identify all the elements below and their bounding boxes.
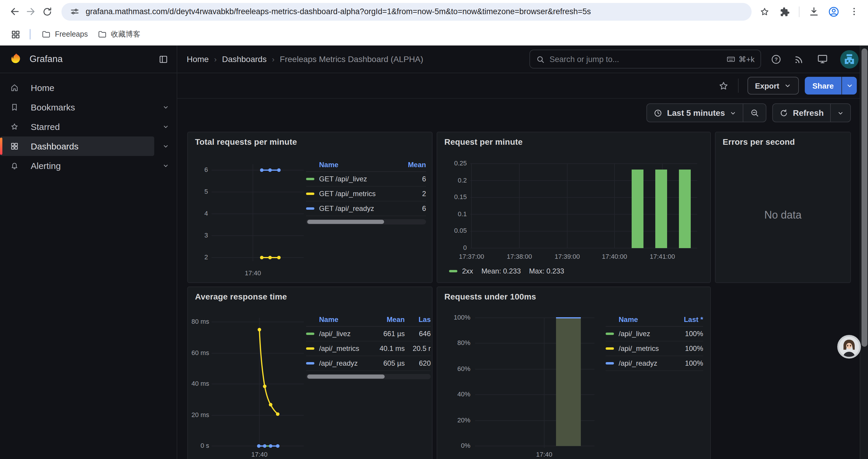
series-name[interactable]: 2xx (462, 267, 473, 275)
y-tick: 80% (441, 339, 470, 346)
bookmarks-bar: Freeleaps 收藏博客 (0, 23, 868, 45)
series-color-2xx (449, 270, 457, 272)
refresh-button[interactable]: Refresh (773, 104, 830, 122)
series-color-metrics (606, 347, 614, 350)
chevron-down-icon[interactable] (162, 123, 169, 131)
series-name[interactable]: GET /api/_readyz (319, 204, 391, 213)
help-icon[interactable]: ? (771, 54, 782, 65)
sidebar-item-bookmarks[interactable]: Bookmarks (0, 97, 154, 117)
legend-row[interactable]: GET /api/_livez 6 (306, 172, 426, 187)
y-tick: 40 ms (188, 380, 209, 387)
search-input[interactable] (550, 55, 721, 64)
breadcrumb-separator: › (272, 55, 275, 64)
breadcrumb-home[interactable]: Home (187, 54, 209, 64)
downloads-button[interactable] (805, 3, 822, 20)
share-menu-button[interactable] (841, 77, 857, 95)
sidebar-item-starred[interactable]: Starred (0, 117, 154, 136)
sidebar-item-home[interactable]: Home (0, 78, 154, 97)
legend-row[interactable]: /api/_readyz 100% (606, 356, 703, 371)
legend-name-header[interactable]: Name (319, 161, 391, 169)
site-settings-icon[interactable] (70, 6, 80, 17)
y-tick: 3 (194, 232, 208, 239)
legend-item-2xx[interactable]: 2xx (449, 267, 473, 275)
legend-row[interactable]: /api/_readyz 605 µs 620 (306, 356, 431, 371)
legend-scrollbar[interactable] (306, 374, 431, 379)
series-name[interactable]: /api/_livez (319, 330, 367, 338)
series-name[interactable]: /api/_metrics (619, 345, 673, 353)
browser-reload-button[interactable] (39, 3, 56, 20)
legend-row[interactable]: /api/_metrics 40.1 ms 20.5 r (306, 341, 431, 356)
export-button[interactable]: Export (747, 77, 799, 95)
apps-grid-button[interactable] (7, 26, 24, 42)
time-range-picker[interactable]: Last 5 minutes (647, 104, 743, 122)
chevron-down-icon[interactable] (162, 162, 169, 169)
refresh-interval-button[interactable] (830, 104, 850, 122)
series-name[interactable]: GET /api/_livez (319, 175, 391, 183)
legend-row[interactable]: /api/_livez 100% (606, 327, 703, 341)
legend-row[interactable]: GET /api/_metrics 2 (306, 187, 426, 201)
rss-icon[interactable] (794, 54, 805, 65)
y-tick: 0.1 (440, 210, 467, 218)
profile-button[interactable] (826, 3, 842, 20)
page-scrollbar[interactable] (860, 45, 868, 459)
breadcrumb-dashboards[interactable]: Dashboards (222, 54, 267, 64)
series-last: 620 (405, 359, 431, 367)
download-icon (808, 6, 819, 17)
kebab-menu-icon (849, 6, 859, 17)
legend-mean-header[interactable]: Mean (367, 316, 405, 324)
legend-name-header[interactable]: Name (319, 316, 367, 324)
user-avatar[interactable] (840, 50, 859, 68)
legend-scrollbar[interactable] (306, 219, 426, 225)
clock-icon (653, 108, 662, 117)
series-name[interactable]: GET /api/_metrics (319, 190, 391, 198)
monitor-icon[interactable] (816, 53, 829, 65)
extensions-button[interactable] (776, 3, 793, 20)
y-tick: 6 (194, 166, 208, 173)
zoom-out-button[interactable] (743, 104, 766, 122)
series-color-livez (306, 178, 314, 180)
url-text[interactable]: grafana.mathmast.com/d/deytv4rwavabkb/fr… (86, 7, 591, 16)
series-color-readyz (306, 362, 314, 364)
browser-back-button[interactable] (6, 3, 23, 20)
apps-grid-icon (10, 29, 20, 39)
bookmark-star-button[interactable] (756, 3, 773, 20)
legend-last-header[interactable]: Las (405, 316, 431, 324)
sidebar-item-dashboards[interactable]: Dashboards (0, 136, 154, 156)
chevron-down-icon[interactable] (162, 142, 169, 150)
legend-row[interactable]: GET /api/_readyz 6 (306, 201, 426, 216)
search-box[interactable]: ⌘+k (529, 50, 761, 68)
dock-menu-button[interactable] (158, 54, 168, 64)
series-name[interactable]: /api/_readyz (619, 359, 673, 367)
search-shortcut-label: ⌘+k (739, 55, 754, 64)
bookmark-folder-blogs[interactable]: 收藏博客 (92, 27, 145, 42)
legend-mean-header[interactable]: Mean (391, 161, 426, 169)
assistant-avatar[interactable] (837, 335, 861, 359)
breadcrumb-current: Freeleaps Metrics Dashboard (ALPHA) (280, 54, 423, 64)
bookmark-icon (10, 103, 19, 112)
legend-last-header[interactable]: Last * (673, 316, 703, 324)
series-name[interactable]: /api/_metrics (319, 345, 367, 353)
dashboard-main: Export Share (177, 73, 868, 459)
bookmark-folder-label: 收藏博客 (111, 29, 140, 39)
chevron-down-icon[interactable] (162, 103, 169, 111)
legend-row[interactable]: /api/_livez 661 µs 646 (306, 327, 431, 341)
series-last: 100% (673, 359, 703, 367)
sidebar-item-alerting[interactable]: Alerting (0, 156, 154, 175)
y-tick: 40% (441, 391, 470, 398)
favorite-dashboard-button[interactable] (718, 80, 729, 91)
folder-icon (97, 30, 107, 39)
browser-menu-button[interactable] (845, 3, 862, 20)
address-bar[interactable]: grafana.mathmast.com/d/deytv4rwavabkb/fr… (61, 3, 752, 21)
series-name[interactable]: /api/_readyz (319, 359, 367, 367)
actions-separator (738, 78, 738, 93)
panel-title[interactable]: Errors per second (723, 137, 795, 146)
legend-row[interactable]: /api/_metrics 100% (606, 341, 703, 356)
browser-chrome: grafana.mathmast.com/d/deytv4rwavabkb/fr… (0, 0, 868, 45)
scrollbar-thumb[interactable] (862, 48, 867, 347)
share-button[interactable]: Share (805, 77, 841, 95)
series-max: Max: 0.233 (529, 267, 564, 275)
browser-forward-button[interactable] (23, 3, 39, 20)
series-name[interactable]: /api/_livez (619, 330, 673, 338)
bookmark-folder-freeleaps[interactable]: Freeleaps (37, 27, 92, 41)
legend-name-header[interactable]: Name (619, 316, 673, 324)
